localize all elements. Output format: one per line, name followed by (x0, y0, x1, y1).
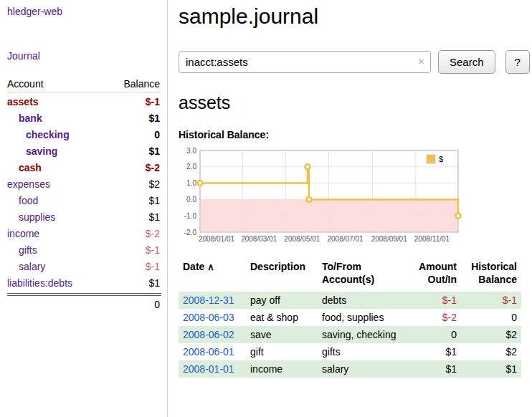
col-date[interactable]: Date ∧ (179, 258, 246, 292)
col-balance: Historical Balance (461, 258, 521, 292)
account-link-gifts[interactable]: gifts (7, 244, 37, 256)
account-heading: assets (179, 92, 530, 113)
sort-asc-icon: ∧ (207, 262, 214, 272)
account-link-cash[interactable]: cash (7, 162, 42, 173)
account-row: bank $1 (7, 110, 161, 126)
svg-text:2008/05/01: 2008/05/01 (284, 235, 320, 243)
account-link-expenses[interactable]: expenses (7, 178, 50, 190)
svg-text:2008/11/01: 2008/11/01 (414, 235, 450, 243)
nav-journal-link[interactable]: Journal (7, 50, 161, 62)
date-link[interactable]: 2008-06-02 (183, 329, 234, 340)
description-cell: gift (246, 343, 318, 360)
col-date-label: Date (183, 261, 204, 272)
account-row: salary $-1 (7, 258, 161, 274)
account-link-checking[interactable]: checking (7, 129, 70, 140)
svg-text:3.0: 3.0 (186, 147, 196, 155)
clear-search-icon[interactable]: × (418, 56, 424, 67)
accounts-table-header: Account Balance (7, 76, 161, 93)
date-link[interactable]: 2008-06-01 (183, 346, 234, 358)
register-header-row: Date ∧ Description To/From Account(s) Am… (179, 258, 521, 292)
svg-text:1.0: 1.0 (186, 179, 196, 187)
help-button[interactable]: ? (505, 50, 530, 74)
accounts-cell: debts (318, 292, 408, 309)
app-title-link[interactable]: hledger-web (7, 6, 161, 17)
amount-cell: 0 (408, 326, 461, 343)
page: hledger-web Journal Account Balance asse… (0, 0, 532, 417)
description-cell: pay off (246, 292, 318, 309)
balance-cell: $2 (461, 343, 521, 360)
account-row: assets $-1 (7, 93, 161, 110)
table-row: 2008-06-02 save saving, checking 0 $2 (179, 326, 521, 343)
table-row: 2008-06-01 gift gifts $1 $2 (179, 343, 521, 360)
col-description: Description (246, 258, 318, 292)
accounts-cell: gifts (318, 343, 408, 360)
search-box: × (179, 51, 431, 73)
amount-cell: $1 (408, 360, 461, 378)
account-balance: $-1 (146, 261, 160, 272)
svg-text:-1.0: -1.0 (184, 212, 197, 220)
account-link-liabilities-debts[interactable]: liabilities:debts (7, 277, 72, 289)
date-link[interactable]: 2008-01-01 (183, 363, 234, 375)
account-balance: $-1 (146, 244, 160, 256)
account-link-saving[interactable]: saving (7, 145, 57, 157)
account-balance: $1 (148, 211, 160, 223)
account-link-assets[interactable]: assets (7, 96, 39, 107)
account-link-supplies[interactable]: supplies (7, 211, 55, 223)
description-cell: save (246, 326, 318, 343)
search-form: × Search ? (179, 50, 530, 74)
balance-chart: 3.02.01.00.0-1.0-2.02008/01/012008/03/01… (179, 146, 465, 246)
account-row: income $-2 (7, 225, 161, 241)
balance-cell: 0 (461, 309, 521, 326)
svg-text:0.0: 0.0 (186, 196, 196, 203)
table-row: 2008-01-01 income salary $1 $1 (179, 360, 521, 378)
account-row: liabilities:debts $1 (7, 274, 161, 291)
main-content: sample.journal × Search ? assets Histori… (168, 0, 532, 417)
account-row: saving $1 (7, 143, 161, 159)
account-balance: $-1 (146, 96, 160, 107)
accounts-column-label: Account (7, 78, 44, 90)
search-input[interactable] (179, 51, 431, 73)
account-row: cash $-2 (7, 159, 161, 176)
account-balance: $2 (148, 178, 160, 190)
balance-cell: $1 (461, 360, 521, 378)
accounts-cell: saving, checking (318, 326, 408, 343)
col-accounts: To/From Account(s) (318, 258, 408, 292)
accounts-cell: salary (318, 360, 408, 378)
page-title: sample.journal (179, 4, 530, 29)
svg-text:2008/03/01: 2008/03/01 (241, 235, 277, 243)
chart-title-label: Historical Balance: (179, 129, 530, 140)
description-cell: income (246, 360, 318, 378)
account-balance: 0 (154, 129, 160, 140)
col-amount: Amount Out/In (408, 258, 461, 292)
account-balance: $1 (148, 112, 160, 124)
accounts-total: 0 (7, 296, 161, 310)
account-row: food $1 (7, 192, 161, 208)
date-link[interactable]: 2008-12-31 (183, 294, 234, 306)
date-link[interactable]: 2008-06-03 (183, 312, 234, 323)
account-balance: $1 (148, 145, 160, 157)
svg-text:-2.0: -2.0 (184, 229, 197, 236)
account-row: gifts $-1 (7, 241, 161, 258)
accounts-cell: food, supplies (318, 309, 408, 326)
account-balance: $-2 (146, 162, 160, 173)
account-link-food[interactable]: food (7, 195, 38, 206)
table-row: 2008-12-31 pay off debts $-1 $-1 (179, 292, 521, 309)
account-link-salary[interactable]: salary (7, 261, 45, 272)
account-link-income[interactable]: income (7, 228, 39, 239)
svg-text:2.0: 2.0 (186, 163, 196, 171)
svg-text:2008/01/01: 2008/01/01 (199, 235, 234, 243)
svg-text:$: $ (439, 155, 443, 163)
search-button[interactable]: Search (438, 50, 495, 74)
account-link-bank[interactable]: bank (7, 112, 42, 124)
svg-text:2008/09/01: 2008/09/01 (371, 235, 407, 243)
description-cell: eat & shop (246, 309, 318, 326)
balance-column-label: Balance (123, 78, 160, 90)
amount-cell: $-2 (408, 309, 461, 326)
amount-cell: $1 (408, 343, 461, 360)
register-table: Date ∧ Description To/From Account(s) Am… (179, 258, 521, 378)
balance-cell: $2 (461, 326, 521, 343)
account-balance: $1 (148, 277, 160, 289)
account-row: expenses $2 (7, 176, 161, 192)
svg-text:2008/07/01: 2008/07/01 (328, 235, 364, 243)
sidebar: hledger-web Journal Account Balance asse… (0, 0, 168, 417)
